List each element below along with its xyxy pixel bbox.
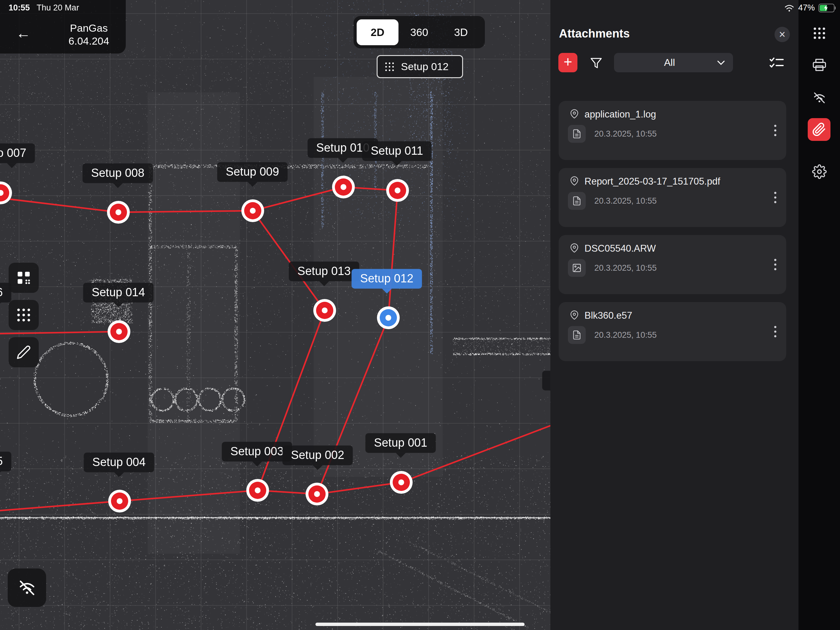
more-options-button[interactable]	[771, 323, 779, 340]
setup-label[interactable]: o 007	[0, 143, 35, 163]
setup-label[interactable]: Setup 013	[289, 261, 359, 281]
move-dots-icon	[384, 62, 395, 72]
stream-off-button[interactable]	[799, 90, 840, 106]
attachment-card[interactable]: application_1.log20.3.2025, 10:55	[559, 101, 786, 160]
attachment-card[interactable]: Report_2025-03-17_151705.pdf20.3.2025, 1…	[559, 168, 786, 227]
attachment-icon	[812, 122, 826, 136]
image-icon	[568, 259, 586, 277]
charging-bolt-icon	[823, 5, 828, 11]
battery-percent: 47%	[798, 3, 815, 13]
attachments-panel: Attachments × + All application_1.log20.…	[550, 0, 799, 630]
project-title: PanGas 6.04.204	[55, 22, 122, 47]
location-pin-icon	[570, 109, 579, 120]
printer-icon	[812, 58, 826, 72]
more-options-button[interactable]	[771, 189, 779, 206]
attachment-name: DSC05540.ARW	[584, 243, 656, 254]
active-setup-chip[interactable]: Setup 012	[377, 55, 463, 78]
attachment-name: Report_2025-03-17_151705.pdf	[584, 176, 720, 187]
attachment-list: application_1.log20.3.2025, 10:55Report_…	[559, 101, 786, 361]
more-options-button[interactable]	[771, 122, 779, 139]
multi-select-button[interactable]	[768, 55, 785, 71]
battery-icon	[818, 4, 834, 12]
close-panel-button[interactable]: ×	[775, 27, 790, 42]
tab-2d[interactable]: 2D	[357, 19, 398, 45]
attachment-card[interactable]: Blk360.e5720.3.2025, 10:55	[559, 302, 786, 361]
wifi-icon	[784, 4, 794, 12]
home-indicator[interactable]	[316, 623, 524, 626]
attachment-name: application_1.log	[584, 109, 656, 120]
back-arrow-icon[interactable]: ←	[16, 26, 31, 41]
location-pin-icon	[570, 243, 579, 254]
setup-label[interactable]: Setup 008	[82, 163, 153, 183]
stream-off-button[interactable]	[8, 568, 46, 607]
stream-off-icon	[17, 578, 36, 597]
print-button[interactable]	[799, 57, 840, 73]
location-pin-icon	[570, 310, 579, 321]
location-pin-icon	[570, 176, 579, 187]
markers-layout-icon	[16, 270, 32, 286]
document-icon	[568, 326, 586, 344]
project-version: 6.04.204	[55, 35, 122, 47]
project-name: PanGas	[55, 22, 122, 35]
panel-title: Attachments	[559, 27, 630, 40]
attachment-date: 20.3.2025, 10:55	[594, 196, 657, 206]
stream-off-icon	[812, 91, 826, 105]
document-icon	[568, 192, 586, 210]
active-setup-label: Setup 012	[401, 60, 448, 73]
setup-label[interactable]: Setup 011	[362, 141, 432, 161]
move-setup-button[interactable]	[9, 300, 39, 330]
markers-layout-button[interactable]	[9, 263, 39, 293]
settings-gear-icon	[812, 164, 827, 179]
move-dots-icon	[16, 307, 32, 323]
checklist-icon	[769, 56, 784, 69]
right-sidebar	[799, 0, 840, 630]
apps-grid-button[interactable]	[799, 25, 840, 41]
clock-time: 10:55	[9, 3, 30, 13]
attachment-name: Blk360.e57	[584, 310, 632, 321]
tab-360[interactable]: 360	[398, 19, 440, 45]
setup-label[interactable]: Setup 004	[84, 453, 154, 472]
settings-button[interactable]	[799, 163, 840, 180]
status-left: 10:55 Thu 20 Mar	[9, 3, 79, 13]
filter-funnel-icon	[590, 57, 603, 70]
pencil-icon	[16, 345, 31, 359]
setup-label[interactable]: 05	[0, 451, 11, 471]
setup-label[interactable]: Setup 012	[351, 269, 422, 288]
chevron-down-icon	[717, 60, 725, 65]
setup-label[interactable]: Setup 003	[222, 442, 292, 461]
add-attachment-button[interactable]: +	[558, 53, 578, 72]
top-left-header: 10:55 Thu 20 Mar ← PanGas 6.04.204	[0, 0, 126, 54]
status-right: 47%	[784, 3, 834, 13]
edit-button[interactable]	[9, 337, 39, 367]
clock-date: Thu 20 Mar	[36, 3, 79, 13]
apps-grid-icon	[813, 27, 826, 40]
tab-3d[interactable]: 3D	[440, 19, 482, 45]
attachments-tool-button[interactable]	[808, 118, 831, 141]
document-icon	[568, 125, 586, 143]
attachment-date: 20.3.2025, 10:55	[594, 263, 657, 273]
close-icon: ×	[779, 29, 785, 40]
attachment-date: 20.3.2025, 10:55	[594, 129, 657, 139]
more-options-button[interactable]	[771, 256, 779, 274]
attachment-card[interactable]: DSC05540.ARW20.3.2025, 10:55	[559, 235, 786, 294]
setup-label[interactable]: Setup 009	[217, 162, 287, 182]
setup-label[interactable]: Setup 014	[83, 283, 153, 302]
view-mode-switcher: 2D 360 3D	[354, 16, 485, 48]
dropdown-value: All	[622, 57, 717, 68]
attachment-filter-dropdown[interactable]: All	[614, 53, 733, 72]
setup-label[interactable]: Setup 001	[365, 433, 436, 453]
setup-label[interactable]: Setup 002	[282, 445, 353, 465]
filter-button[interactable]	[589, 55, 604, 71]
attachment-date: 20.3.2025, 10:55	[594, 330, 657, 340]
